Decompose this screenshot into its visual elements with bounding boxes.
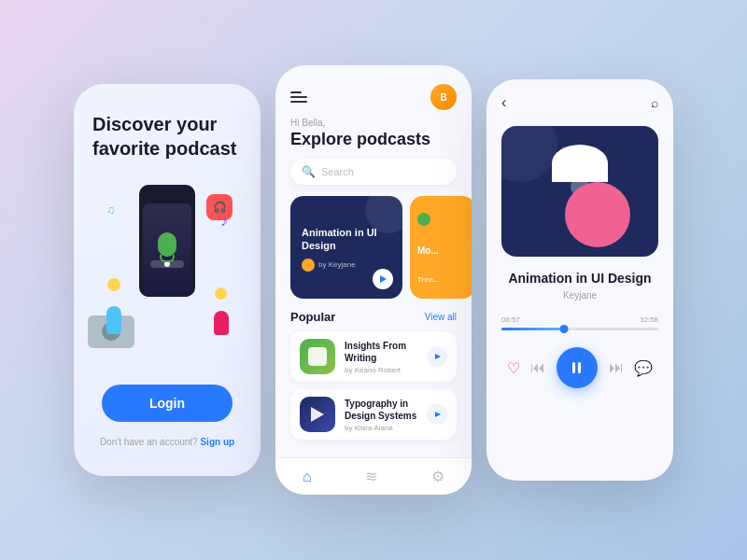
previous-icon[interactable]: ⏮	[530, 359, 545, 376]
view-all-button[interactable]: View all	[425, 312, 457, 322]
search-input-placeholder: Search	[321, 166, 354, 177]
figure-right	[200, 287, 242, 353]
signup-text: Don't have an account? Sign up	[100, 437, 234, 447]
explore-header: B	[275, 65, 472, 118]
featured-card-2-subtitle: Tren...	[417, 275, 468, 285]
music-note-2: ♫	[106, 203, 115, 217]
phone-device	[139, 185, 195, 297]
featured-play-button-1[interactable]	[373, 269, 393, 289]
figure-body-right	[214, 311, 229, 335]
album-art	[501, 126, 658, 257]
time-total: 32:58	[640, 315, 658, 324]
bottom-nav: ⌂ ≋ ⚙	[275, 457, 472, 495]
album-circle-pink	[565, 182, 630, 247]
podcast-2-name: Typography in Design Systems	[345, 398, 417, 422]
podcast-2-info: Typography in Design Systems by Klara Al…	[345, 398, 417, 432]
progress-times: 06:57 32:58	[501, 315, 658, 324]
pause-button[interactable]	[557, 347, 598, 388]
illustration: 🎧 ♪ ♫	[92, 175, 242, 362]
card-1-author-name: by Keyjane	[318, 260, 356, 269]
search-icon: 🔍	[302, 165, 316, 178]
featured-card-1[interactable]: Animation in UI Design by Keyjane	[290, 196, 402, 299]
progress-bar[interactable]	[501, 328, 658, 330]
discover-title: Discover your favorite podcast	[92, 112, 242, 161]
music-note-1: ♪	[220, 213, 228, 230]
figure-body-left	[106, 306, 121, 334]
featured-card-2-title: Mo...	[417, 245, 468, 257]
search-bar[interactable]: 🔍 Search	[290, 159, 457, 185]
author-avatar-1	[302, 259, 315, 272]
card-2-author-row	[417, 213, 468, 226]
progress-fill	[501, 328, 564, 330]
figure-head-left	[107, 278, 120, 291]
no-account-label: Don't have an account?	[100, 437, 198, 447]
podcast-1-name: Insights From Writing	[345, 340, 417, 364]
menu-button[interactable]	[290, 91, 307, 103]
screen-discover: Discover your favorite podcast 🎧 ♪ ♫ Log…	[74, 84, 261, 476]
nav-settings-icon[interactable]: ⚙	[431, 468, 444, 485]
heart-icon[interactable]: ♡	[507, 359, 520, 377]
player-search-icon[interactable]: ⌕	[651, 95, 658, 110]
player-header: ‹ ⌕	[486, 79, 673, 126]
play-triangle-icon	[380, 275, 387, 283]
user-avatar[interactable]: B	[430, 84, 457, 110]
explore-title: Explore podcasts	[275, 130, 472, 159]
song-info: Animation in UI Design Keyjane	[486, 270, 673, 308]
time-current: 06:57	[501, 315, 520, 324]
podcast-1-info: Insights From Writing by Keano Robert	[345, 340, 417, 374]
progress-section: 06:57 32:58	[486, 308, 673, 338]
chat-icon[interactable]: 💬	[634, 359, 653, 377]
pause-bar-1	[572, 362, 575, 373]
progress-knob[interactable]	[560, 325, 569, 333]
podcast-item-2[interactable]: Typography in Design Systems by Klara Al…	[290, 389, 457, 440]
greeting-text: Hi Bella,	[275, 118, 472, 128]
podcast-1-author: by Keano Robert	[345, 366, 417, 374]
popular-section: Popular View all Insights From Writing b…	[275, 310, 472, 447]
player-controls: ♡ ⏮ ⏭ 💬	[486, 338, 673, 398]
signup-link[interactable]: Sign up	[200, 437, 234, 447]
thumb-shape-1	[308, 347, 327, 366]
author-avatar-2	[417, 213, 430, 226]
podcast-2-play-button[interactable]	[427, 404, 447, 425]
phone-screen	[143, 203, 191, 297]
song-title: Animation in UI Design	[505, 270, 655, 287]
popular-label: Popular	[290, 310, 335, 324]
back-button[interactable]: ‹	[501, 94, 506, 111]
podcast-thumb-1	[300, 339, 335, 374]
album-shape-white	[552, 145, 608, 182]
pause-bar-2	[578, 362, 581, 373]
nav-chart-icon[interactable]: ≋	[365, 468, 377, 485]
popular-header: Popular View all	[290, 310, 457, 324]
podcast-1-play-button[interactable]	[427, 346, 447, 367]
nav-home-icon[interactable]: ⌂	[303, 469, 312, 485]
pause-icon	[572, 362, 581, 373]
podcast-2-author: by Klara Alana	[345, 424, 417, 432]
album-bg-circle-2	[501, 126, 557, 182]
featured-row: Animation in UI Design by Keyjane Mo... …	[275, 196, 472, 310]
podcast-item-1[interactable]: Insights From Writing by Keano Robert	[290, 331, 457, 382]
featured-card-2[interactable]: Mo... Tren...	[410, 196, 472, 299]
headphone-badge: 🎧	[206, 194, 233, 220]
mic-icon	[158, 232, 176, 257]
thumb-shape-2	[311, 407, 324, 422]
artist-name: Keyjane	[505, 290, 655, 301]
hamburger-line-1	[290, 91, 302, 93]
screen-explore: B Hi Bella, Explore podcasts 🔍 Search An…	[275, 65, 472, 495]
screen-player: ‹ ⌕ Animation in UI Design Keyjane 06:57…	[486, 79, 673, 481]
figure-head-right	[215, 287, 227, 300]
play-triangle-1	[435, 354, 441, 359]
podcast-thumb-2	[300, 397, 335, 432]
login-button[interactable]: Login	[102, 385, 233, 422]
hamburger-line-3	[290, 101, 307, 103]
figure-left	[92, 278, 134, 353]
next-icon[interactable]: ⏭	[609, 359, 624, 376]
hamburger-line-2	[290, 96, 307, 98]
play-triangle-2	[435, 412, 441, 417]
